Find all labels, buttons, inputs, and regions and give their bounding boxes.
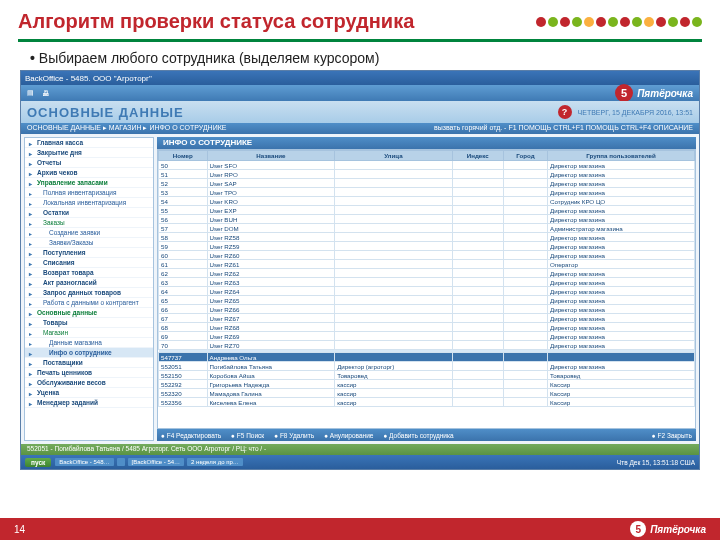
table-row[interactable]: 69User RZ69Директор магазина <box>159 332 695 341</box>
footer-brand: Пятёрочка <box>650 524 706 535</box>
table-row[interactable]: 55User EXPДиректор магазина <box>159 206 695 215</box>
sidebar-item[interactable]: ▸Работа с данными о контрагент <box>25 298 153 308</box>
employee-table[interactable]: НомерНазваниеУлицаИндексГородГруппа поль… <box>158 150 695 407</box>
table-row[interactable]: 552292Григорьева НадеждакассирКассир <box>159 380 695 389</box>
action-button[interactable]: ● F8 Удалить <box>274 432 314 439</box>
employee-grid[interactable]: НомерНазваниеУлицаИндексГородГруппа поль… <box>157 149 696 429</box>
brand-dots <box>536 17 702 27</box>
table-row[interactable]: 552150Коробова АйшаТовароведТоваровед <box>159 371 695 380</box>
table-row[interactable]: 547737Андреева Ольга <box>159 353 695 362</box>
column-header[interactable]: Улица <box>335 151 453 161</box>
table-row[interactable]: 61User RZ61Оператор <box>159 260 695 269</box>
table-row[interactable]: 50User SFOДиректор магазина <box>159 161 695 170</box>
sidebar-item[interactable]: ▸Архив чеков <box>25 168 153 178</box>
sidebar-item[interactable]: ▸Акт разногласий <box>25 278 153 288</box>
taskbar-item[interactable]: BackOffice - 548… <box>55 458 113 466</box>
table-row[interactable]: 59User RZ59Директор магазина <box>159 242 695 251</box>
sidebar-item[interactable]: ▸Инфо о сотруднике <box>25 348 153 358</box>
table-row[interactable]: 51User RPOДиректор магазина <box>159 170 695 179</box>
sidebar-item[interactable]: ▸Управление запасами <box>25 178 153 188</box>
table-row[interactable]: 552356Киселева ЕленакассирКассир <box>159 398 695 407</box>
app-window: BackOffice - 5485. ООО "Агроторг" ▤ 🖶 5 … <box>20 70 700 470</box>
sidebar-item[interactable]: ▸Товары <box>25 318 153 328</box>
sidebar-item[interactable]: ▸Поступления <box>25 248 153 258</box>
window-titlebar: BackOffice - 5485. ООО "Агроторг" <box>21 71 699 85</box>
sidebar-item[interactable]: ▸Локальная инвентаризация <box>25 198 153 208</box>
page-number: 14 <box>14 524 25 535</box>
table-row[interactable]: 67User RZ67Директор магазина <box>159 314 695 323</box>
taskbar-item[interactable]: 2 неделя до пр… <box>187 458 243 466</box>
breadcrumb-path: ОСНОВНЫЕ ДАННЫЕ ▸ МАГАЗИН ▸ ИНФО О СОТРУ… <box>27 124 226 133</box>
table-row[interactable]: 54User KROСотрудник КРО ЦО <box>159 197 695 206</box>
action-button[interactable]: ● Анулирование <box>324 432 373 439</box>
toolbar-icon[interactable]: ▤ <box>27 89 34 97</box>
table-row[interactable]: 53User TPOДиректор магазина <box>159 188 695 197</box>
column-header[interactable]: Название <box>207 151 335 161</box>
sidebar-item[interactable]: ▸Возврат товара <box>25 268 153 278</box>
table-row[interactable]: 70User RZ70Директор магазина <box>159 341 695 350</box>
sidebar-item[interactable]: ▸Уценка <box>25 388 153 398</box>
title-rule <box>18 39 702 42</box>
table-row[interactable]: 66User RZ66Директор магазина <box>159 305 695 314</box>
sidebar-item[interactable]: ▸Полная инвентаризация <box>25 188 153 198</box>
table-row[interactable]: 62User RZ62Директор магазина <box>159 269 695 278</box>
table-row[interactable]: 64User RZ64Директор магазина <box>159 287 695 296</box>
main-banner: ОСНОВНЫЕ ДАННЫЕ ? ЧЕТВЕРГ, 15 ДЕКАБРЯ 20… <box>21 101 699 123</box>
datetime-label: ЧЕТВЕРГ, 15 ДЕКАБРЯ 2016, 13:51 <box>578 109 693 116</box>
sidebar-item[interactable]: ▸Отчеты <box>25 158 153 168</box>
content-pane: ИНФО О СОТРУДНИКЕ НомерНазваниеУлицаИнде… <box>157 137 696 441</box>
sidebar-item[interactable]: ▸Главная касса <box>25 138 153 148</box>
breadcrumb: ОСНОВНЫЕ ДАННЫЕ ▸ МАГАЗИН ▸ ИНФО О СОТРУ… <box>21 123 699 134</box>
app-toolbar: ▤ 🖶 5 Пятёрочка <box>21 85 699 101</box>
sidebar-item[interactable]: ▸Заявки/Заказы <box>25 238 153 248</box>
action-bar: ● F4 Редактировать● F5 Поиск● F8 Удалить… <box>157 429 696 441</box>
status-bar: 552051 - Погибайлова Татьяна / 5485 Агро… <box>21 444 699 455</box>
sidebar-item[interactable]: ▸Магазин <box>25 328 153 338</box>
footer-logo-icon: 5 <box>630 521 646 537</box>
sidebar-item[interactable]: ▸Данные магазина <box>25 338 153 348</box>
column-header[interactable]: Номер <box>159 151 208 161</box>
column-header[interactable]: Группа пользователей <box>548 151 695 161</box>
brand-logo-icon: 5 <box>615 84 633 102</box>
action-button[interactable]: ● F4 Редактировать <box>161 432 221 439</box>
action-button[interactable]: ● Добавить сотрудника <box>383 432 453 439</box>
table-row[interactable]: 552051Погибайлова ТатьянаДиректор (агрот… <box>159 362 695 371</box>
taskbar-item[interactable] <box>117 458 125 466</box>
help-hint: вызвать горячий отд. - F1 ПОМОЩЬ CTRL+F1… <box>434 124 693 133</box>
table-row[interactable]: 65User RZ65Директор магазина <box>159 296 695 305</box>
sidebar-item[interactable]: ▸Списания <box>25 258 153 268</box>
sidebar-item[interactable]: ▸Остатки <box>25 208 153 218</box>
sidebar-item[interactable]: ▸Запрос данных товаров <box>25 288 153 298</box>
slide-title: Алгоритм проверки статуса сотрудника <box>18 10 414 33</box>
table-row[interactable]: 552320Мамадова ГалинакассирКассир <box>159 389 695 398</box>
table-row[interactable]: 58User RZ58Директор магазина <box>159 233 695 242</box>
sidebar-item[interactable]: ▸Заказы <box>25 218 153 228</box>
start-button[interactable]: пуск <box>25 458 51 467</box>
help-icon[interactable]: ? <box>558 105 572 119</box>
column-header[interactable]: Индекс <box>452 151 503 161</box>
module-title: ОСНОВНЫЕ ДАННЫЕ <box>27 105 184 120</box>
table-row[interactable]: 56User BUHДиректор магазина <box>159 215 695 224</box>
sidebar-item[interactable]: ▸Создание заявки <box>25 228 153 238</box>
sidebar-item[interactable]: ▸Печать ценников <box>25 368 153 378</box>
sidebar-item[interactable]: ▸Поставщики <box>25 358 153 368</box>
sidebar-item[interactable]: ▸Закрытие дня <box>25 148 153 158</box>
table-row[interactable]: 68User RZ68Директор магазина <box>159 323 695 332</box>
table-row[interactable]: 60User RZ60Директор магазина <box>159 251 695 260</box>
table-row[interactable]: 63User RZ63Директор магазина <box>159 278 695 287</box>
table-row[interactable]: 52User SAPДиректор магазина <box>159 179 695 188</box>
slide-bullet: Выбираем любого сотрудника (выделяем кур… <box>30 50 690 66</box>
close-button[interactable]: ● F2 Закрыть <box>652 432 692 439</box>
column-header[interactable]: Город <box>503 151 547 161</box>
table-row[interactable]: 57User DOMАдминистратор магазина <box>159 224 695 233</box>
sidebar-item[interactable]: ▸Менеджер заданий <box>25 398 153 408</box>
brand-name: Пятёрочка <box>637 88 693 99</box>
sidebar-item[interactable]: ▸Обслуживание весов <box>25 378 153 388</box>
window-title: BackOffice - 5485. ООО "Агроторг" <box>25 74 152 83</box>
action-button[interactable]: ● F5 Поиск <box>231 432 264 439</box>
sidebar-item[interactable]: ▸Основные данные <box>25 308 153 318</box>
nav-sidebar[interactable]: ▸Главная касса▸Закрытие дня▸Отчеты▸Архив… <box>24 137 154 441</box>
content-title: ИНФО О СОТРУДНИКЕ <box>157 137 696 149</box>
taskbar-item[interactable]: [BackOffice - 54… <box>128 458 185 466</box>
toolbar-icon[interactable]: 🖶 <box>42 90 49 97</box>
